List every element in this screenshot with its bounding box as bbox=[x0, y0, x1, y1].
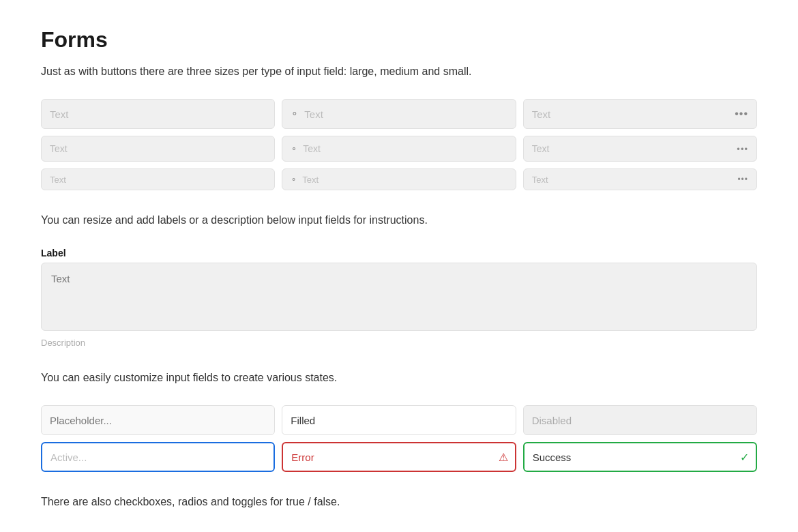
input-text-medium-2: Text bbox=[303, 143, 321, 154]
placeholder-input-wrap bbox=[41, 405, 275, 435]
input-icon-large[interactable]: ⚬ Text bbox=[282, 99, 516, 129]
page-title: Forms bbox=[41, 27, 757, 53]
input-plain-small[interactable]: Text bbox=[41, 168, 275, 190]
states-description: You can easily customize input fields to… bbox=[41, 370, 757, 386]
more-dots-small: ••• bbox=[737, 175, 748, 184]
input-plain-medium[interactable]: Text bbox=[41, 136, 275, 162]
user-icon: ⚬ bbox=[291, 108, 299, 119]
intro-description: Just as with buttons there are three siz… bbox=[41, 63, 757, 80]
states-row-2: ⚠ ✓ bbox=[41, 442, 757, 472]
input-icon-small[interactable]: ⚬ Text bbox=[282, 168, 516, 190]
more-dots-large: ••• bbox=[735, 108, 748, 120]
disabled-input bbox=[523, 405, 757, 435]
input-text-medium-3: Text bbox=[532, 143, 550, 154]
filled-input[interactable] bbox=[282, 405, 516, 435]
disabled-input-wrap bbox=[523, 405, 757, 435]
error-icon: ⚠ bbox=[499, 451, 508, 464]
input-text-large-2: Text bbox=[304, 108, 323, 120]
input-grid: Text ⚬ Text Text ••• Text ⚬ Text Text ••… bbox=[41, 99, 757, 190]
error-input-wrap: ⚠ bbox=[282, 442, 516, 472]
success-input-wrap: ✓ bbox=[523, 442, 757, 472]
field-label: Label bbox=[41, 248, 757, 258]
user-icon-small: ⚬ bbox=[291, 175, 297, 184]
more-dots-medium: ••• bbox=[737, 144, 748, 154]
success-input[interactable] bbox=[523, 442, 757, 472]
input-text-small-1: Text bbox=[50, 175, 66, 185]
active-input-wrap bbox=[41, 442, 275, 472]
success-icon: ✓ bbox=[740, 451, 749, 464]
user-icon-medium: ⚬ bbox=[291, 144, 297, 153]
states-section: ⚠ ✓ bbox=[41, 405, 757, 472]
active-input[interactable] bbox=[41, 442, 275, 472]
input-dots-small[interactable]: Text ••• bbox=[523, 168, 757, 190]
placeholder-input[interactable] bbox=[41, 405, 275, 435]
input-dots-medium[interactable]: Text ••• bbox=[523, 136, 757, 162]
input-plain-large[interactable]: Text bbox=[41, 99, 275, 129]
input-icon-medium[interactable]: ⚬ Text bbox=[282, 136, 516, 162]
label-section: Label Description bbox=[41, 248, 757, 348]
states-row-1 bbox=[41, 405, 757, 435]
field-description: Description bbox=[41, 338, 757, 348]
input-text-small-2: Text bbox=[302, 175, 319, 185]
input-dots-large[interactable]: Text ••• bbox=[523, 99, 757, 129]
input-text-large-3: Text bbox=[532, 108, 551, 120]
textarea-field[interactable] bbox=[41, 263, 757, 331]
bottom-description: There are also checkboxes, radios and to… bbox=[41, 494, 757, 510]
input-text-medium-1: Text bbox=[50, 143, 68, 154]
input-text-large-1: Text bbox=[50, 108, 69, 120]
input-text-small-3: Text bbox=[532, 175, 548, 185]
resize-description: You can resize and add labels or a descr… bbox=[41, 212, 757, 228]
filled-input-wrap bbox=[282, 405, 516, 435]
error-input[interactable] bbox=[282, 442, 516, 472]
